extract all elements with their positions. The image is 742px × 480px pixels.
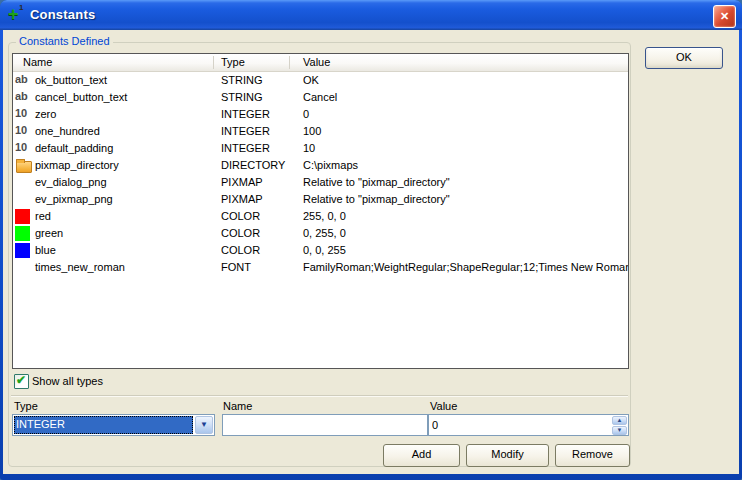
value-input[interactable] — [429, 416, 611, 434]
cell-type: PIXMAP — [221, 193, 263, 205]
checkbox-box-icon[interactable]: ✔ — [14, 374, 29, 389]
list-row[interactable]: ev_dialog_pngPIXMAPRelative to "pixmap_d… — [13, 174, 628, 191]
dialog-client-area: Constants Defined Name Type Value abok_b… — [3, 30, 739, 474]
cell-name: one_hundred — [35, 125, 100, 137]
list-header[interactable]: Name Type Value — [13, 54, 628, 72]
string-icon: ab — [15, 73, 28, 85]
cell-name: ev_dialog_png — [35, 176, 107, 188]
checkbox-label[interactable]: Show all types — [32, 375, 103, 387]
cell-type: INTEGER — [221, 125, 270, 137]
cell-value: 100 — [303, 125, 321, 137]
cell-value: FamilyRoman;WeightRegular;ShapeRegular;1… — [303, 261, 628, 273]
cell-name: red — [35, 210, 51, 222]
integer-icon: 10 — [15, 107, 27, 119]
color-swatch-icon — [15, 243, 30, 258]
cell-name: default_padding — [35, 142, 113, 154]
ok-button[interactable]: OK — [645, 47, 723, 69]
cell-type: INTEGER — [221, 142, 270, 154]
cell-type: INTEGER — [221, 108, 270, 120]
add-button[interactable]: Add — [383, 444, 460, 467]
list-row[interactable]: abcancel_button_textSTRINGCancel — [13, 89, 628, 106]
color-swatch-icon — [15, 209, 30, 224]
cell-type: FONT — [221, 261, 251, 273]
type-combobox[interactable]: INTEGER ▼ — [12, 414, 215, 436]
list-row[interactable]: redCOLOR255, 0, 0 — [13, 208, 628, 225]
horizontal-divider — [11, 395, 628, 396]
spinner-buttons: ▲ ▼ — [612, 416, 627, 434]
name-input[interactable] — [222, 414, 428, 436]
modify-button[interactable]: Modify — [466, 444, 549, 467]
integer-icon: 10 — [15, 141, 27, 153]
cell-name: ev_pixmap_png — [35, 193, 113, 205]
chevron-down-icon[interactable]: ▼ — [195, 416, 213, 434]
list-row[interactable]: pixmap_directoryDIRECTORYC:\pixmaps — [13, 157, 628, 174]
list-row[interactable]: ev_pixmap_pngPIXMAPRelative to "pixmap_d… — [13, 191, 628, 208]
cell-value: Cancel — [303, 91, 337, 103]
cell-value: OK — [303, 74, 319, 86]
column-header-name[interactable]: Name — [23, 56, 52, 68]
constants-dialog: + 1 Constants ✕ Constants Defined Name T… — [0, 0, 742, 480]
cell-name: green — [35, 227, 63, 239]
cell-type: STRING — [221, 74, 263, 86]
list-row[interactable]: blueCOLOR0, 0, 255 — [13, 242, 628, 259]
column-separator — [213, 56, 214, 69]
cell-name: zero — [35, 108, 56, 120]
list-rows: abok_button_textSTRINGOKabcancel_button_… — [13, 72, 628, 368]
spin-up-icon[interactable]: ▲ — [612, 416, 627, 425]
list-row[interactable]: greenCOLOR0, 255, 0 — [13, 225, 628, 242]
cell-value: Relative to "pixmap_directory" — [303, 176, 450, 188]
cell-type: COLOR — [221, 210, 260, 222]
cell-name: times_new_roman — [35, 261, 125, 273]
cell-value: 0 — [303, 108, 309, 120]
groupbox-title: Constants Defined — [16, 35, 113, 47]
name-label: Name — [223, 400, 252, 412]
cell-type: STRING — [221, 91, 263, 103]
cell-name: pixmap_directory — [35, 159, 119, 171]
cell-value: 10 — [303, 142, 315, 154]
spin-down-icon[interactable]: ▼ — [612, 426, 627, 435]
check-icon: ✔ — [16, 373, 26, 387]
cell-value: 0, 255, 0 — [303, 227, 346, 239]
cell-name: ok_button_text — [35, 74, 107, 86]
color-swatch-icon — [15, 226, 30, 241]
cell-type: COLOR — [221, 244, 260, 256]
cell-value: 0, 0, 255 — [303, 244, 346, 256]
folder-icon — [16, 161, 32, 173]
list-row[interactable]: 10one_hundredINTEGER100 — [13, 123, 628, 140]
list-row[interactable]: 10default_paddingINTEGER10 — [13, 140, 628, 157]
remove-button[interactable]: Remove — [555, 444, 630, 467]
cell-value: Relative to "pixmap_directory" — [303, 193, 450, 205]
cell-type: COLOR — [221, 227, 260, 239]
type-label: Type — [14, 400, 38, 412]
cell-type: DIRECTORY — [221, 159, 285, 171]
value-label: Value — [430, 400, 457, 412]
column-header-type[interactable]: Type — [221, 56, 245, 68]
cell-name: cancel_button_text — [35, 91, 127, 103]
value-spinbox[interactable]: ▲ ▼ — [428, 414, 629, 436]
list-row[interactable]: times_new_romanFONTFamilyRoman;WeightReg… — [13, 259, 628, 276]
cell-type: PIXMAP — [221, 176, 263, 188]
cell-name: blue — [35, 244, 56, 256]
list-row[interactable]: 10zeroINTEGER0 — [13, 106, 628, 123]
type-combobox-selected[interactable]: INTEGER — [14, 416, 193, 434]
column-separator — [289, 56, 290, 69]
list-row[interactable]: abok_button_textSTRINGOK — [13, 72, 628, 89]
column-header-value[interactable]: Value — [303, 56, 330, 68]
cell-value: C:\pixmaps — [303, 159, 358, 171]
string-icon: ab — [15, 90, 28, 102]
integer-icon: 10 — [15, 124, 27, 136]
cell-value: 255, 0, 0 — [303, 210, 346, 222]
constants-list[interactable]: Name Type Value abok_button_textSTRINGOK… — [12, 53, 629, 369]
